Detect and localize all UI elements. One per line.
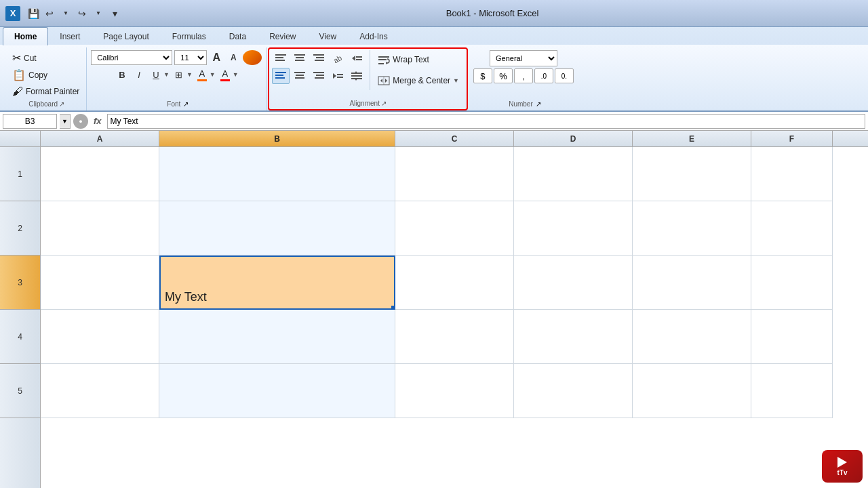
tab-home[interactable]: Home: [3, 27, 48, 45]
cell-b5[interactable]: [159, 364, 395, 418]
cell-c1[interactable]: [395, 147, 514, 201]
cell-a1[interactable]: [41, 147, 159, 201]
formula-input[interactable]: [107, 114, 865, 129]
cell-f1[interactable]: [751, 147, 833, 201]
customize-qa[interactable]: ▾: [107, 6, 122, 21]
undo-button[interactable]: ↩: [42, 6, 57, 21]
cell-c4[interactable]: [395, 310, 514, 364]
save-button[interactable]: 💾: [26, 6, 41, 21]
align-top-center-button[interactable]: [291, 50, 309, 66]
cut-button[interactable]: ✂ Cut: [9, 50, 39, 66]
underline-button[interactable]: U: [149, 67, 163, 82]
font-color-button[interactable]: A: [218, 67, 233, 82]
italic-button[interactable]: I: [132, 67, 146, 82]
cell-c3[interactable]: [395, 256, 514, 310]
cell-e2[interactable]: [633, 201, 751, 256]
tab-insert[interactable]: Insert: [48, 27, 92, 45]
cell-b4[interactable]: [159, 310, 395, 364]
row-header-4[interactable]: 4: [0, 310, 40, 364]
format-painter-button[interactable]: 🖌 Format Painter: [9, 84, 82, 99]
tab-formulas[interactable]: Formulas: [161, 27, 218, 45]
cell-f4[interactable]: [751, 310, 833, 364]
cell-a5[interactable]: [41, 364, 159, 418]
cell-b3[interactable]: My Text: [159, 256, 395, 310]
row-header-5[interactable]: 5: [0, 364, 40, 418]
row-header-3[interactable]: 3: [0, 256, 40, 310]
redo-dropdown[interactable]: ▼: [91, 6, 106, 21]
function-wizard-button[interactable]: ●: [73, 114, 88, 129]
comma-button[interactable]: ,: [514, 68, 533, 83]
redo-button[interactable]: ↪: [75, 6, 90, 21]
cell-c5[interactable]: [395, 364, 514, 418]
clipboard-expand[interactable]: ↗: [59, 100, 64, 108]
fill-color-button[interactable]: A: [195, 67, 210, 82]
cell-d5[interactable]: [514, 364, 633, 418]
cell-e1[interactable]: [633, 147, 751, 201]
fill-color-dropdown[interactable]: ▼: [210, 71, 216, 78]
align-bottom-center-button[interactable]: [291, 68, 309, 84]
indent-decrease-button[interactable]: [348, 50, 366, 66]
col-header-f[interactable]: F: [751, 131, 833, 146]
cell-a4[interactable]: [41, 310, 159, 364]
cell-e3[interactable]: [633, 256, 751, 310]
underline-dropdown[interactable]: ▼: [163, 71, 170, 78]
cell-a3[interactable]: [41, 256, 159, 310]
align-top-right-button[interactable]: [310, 50, 328, 66]
alignment-expand[interactable]: ↗: [381, 100, 387, 107]
col-header-d[interactable]: D: [514, 131, 633, 146]
copy-button[interactable]: 📋 Copy: [9, 67, 50, 83]
percent-button[interactable]: %: [494, 68, 513, 83]
decrease-decimal-button[interactable]: 0.: [555, 68, 574, 83]
border-button[interactable]: ⊞: [172, 67, 186, 82]
cell-d1[interactable]: [514, 147, 633, 201]
cell-e4[interactable]: [633, 310, 751, 364]
col-header-a[interactable]: A: [41, 131, 159, 146]
cell-f2[interactable]: [751, 201, 833, 256]
increase-font-button[interactable]: A: [209, 50, 224, 65]
tab-data[interactable]: Data: [218, 27, 258, 45]
cell-b2[interactable]: [159, 201, 395, 256]
wrap-text-button[interactable]: Wrap Text: [373, 50, 464, 69]
tab-page-layout[interactable]: Page Layout: [92, 27, 160, 45]
cell-d3[interactable]: [514, 256, 633, 310]
tab-review[interactable]: Review: [258, 27, 307, 45]
merge-center-dropdown[interactable]: ▼: [453, 77, 459, 84]
align-extra-button[interactable]: [348, 68, 366, 84]
cell-d2[interactable]: [514, 201, 633, 256]
row-header-1[interactable]: 1: [0, 147, 40, 201]
cell-e5[interactable]: [633, 364, 751, 418]
cell-f5[interactable]: [751, 364, 833, 418]
col-header-c[interactable]: C: [395, 131, 514, 146]
cell-ref-dropdown[interactable]: ▼: [60, 114, 71, 129]
undo-dropdown[interactable]: ▼: [58, 6, 73, 21]
col-header-b[interactable]: B: [159, 131, 395, 146]
cell-a2[interactable]: [41, 201, 159, 256]
cell-f3[interactable]: [751, 256, 833, 310]
number-expand[interactable]: ↗: [536, 100, 541, 108]
cell-d4[interactable]: [514, 310, 633, 364]
font-name-select[interactable]: Calibri: [91, 50, 172, 65]
indent-increase-button[interactable]: [329, 68, 347, 84]
orientation-button[interactable]: ab: [329, 50, 347, 66]
tab-add-ins[interactable]: Add-Ins: [348, 27, 399, 45]
align-top-left-button[interactable]: [272, 50, 290, 66]
col-header-e[interactable]: E: [633, 131, 751, 146]
font-expand[interactable]: ↗: [183, 100, 189, 108]
bold-button[interactable]: B: [115, 67, 130, 82]
svg-rect-11: [356, 56, 362, 58]
cell-c2[interactable]: [395, 201, 514, 256]
cell-b1[interactable]: [159, 147, 395, 201]
font-size-select[interactable]: 11: [174, 50, 207, 65]
theme-color-button[interactable]: [243, 50, 262, 65]
align-bottom-right-button[interactable]: [310, 68, 328, 84]
increase-decimal-button[interactable]: .0: [534, 68, 553, 83]
currency-button[interactable]: $: [473, 68, 492, 83]
tab-view[interactable]: View: [307, 27, 348, 45]
row-header-2[interactable]: 2: [0, 201, 40, 256]
merge-center-button[interactable]: Merge & Center ▼: [373, 71, 464, 90]
font-color-dropdown[interactable]: ▼: [233, 71, 239, 78]
align-bottom-left-button[interactable]: [272, 68, 290, 84]
number-format-select[interactable]: General: [490, 50, 557, 66]
decrease-font-button[interactable]: A: [226, 50, 241, 65]
border-dropdown[interactable]: ▼: [186, 71, 193, 78]
